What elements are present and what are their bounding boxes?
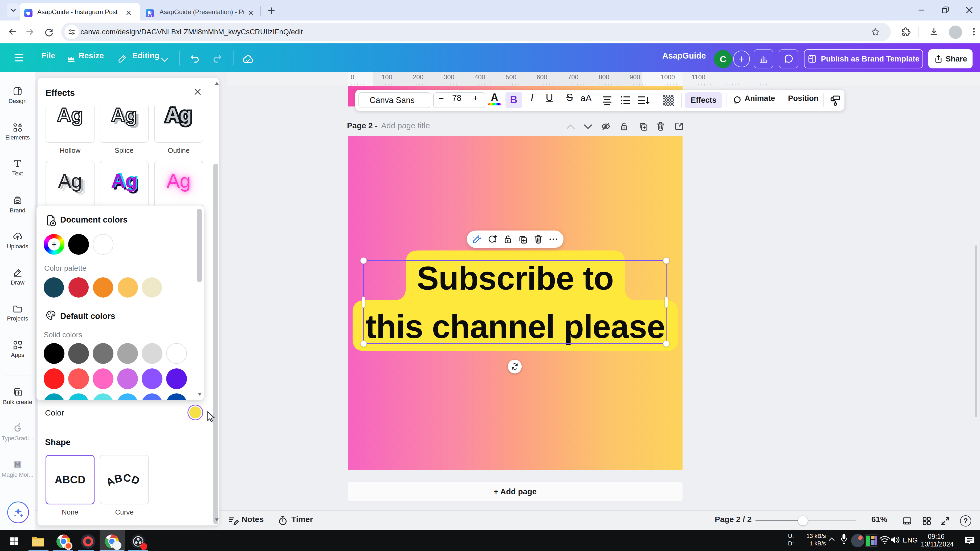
svg-text:ABCD: ABCD: [105, 472, 142, 488]
